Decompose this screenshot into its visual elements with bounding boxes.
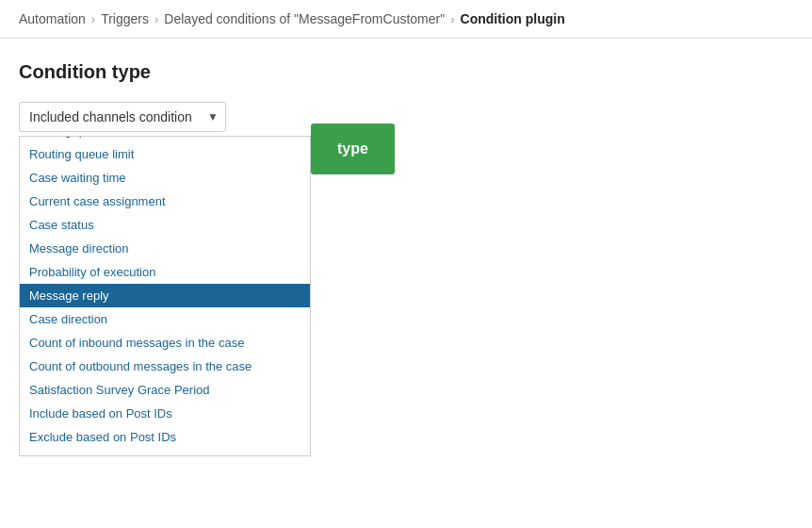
dropdown-item[interactable]: Exclude based on Post IDs: [20, 425, 310, 449]
dropdown-list[interactable]: Included channels conditionIncluded tags…: [20, 137, 310, 455]
breadcrumb-sep-1: ›: [91, 12, 95, 26]
main-content: Condition type Included channels conditi…: [0, 39, 812, 155]
dropdown-item[interactable]: Satisfaction Survey Grace Period: [20, 378, 310, 402]
dropdown-item[interactable]: Routing queue limit: [20, 142, 310, 166]
condition-type-dropdown[interactable]: Included channels condition: [19, 102, 226, 132]
breadcrumb-sep-3: ›: [450, 12, 454, 26]
breadcrumb-condition-plugin: Condition plugin: [461, 11, 565, 26]
dropdown-item[interactable]: Count of outbound messages in the case: [20, 355, 310, 378]
dropdown-item[interactable]: Message direction: [20, 237, 310, 260]
dropdown-item[interactable]: Case status: [20, 213, 310, 237]
dropdown-list-container: Included channels conditionIncluded tags…: [19, 136, 311, 456]
dropdown-item[interactable]: Case waiting time: [20, 166, 310, 190]
dropdown-item[interactable]: Count of inbound messages in the case: [20, 331, 310, 355]
breadcrumb-triggers[interactable]: Triggers: [101, 11, 149, 26]
dropdown-item[interactable]: Include based on Post IDs: [20, 402, 310, 425]
type-box: type: [311, 124, 395, 174]
dropdown-item[interactable]: Message reply: [20, 284, 310, 307]
top-bar: Automation › Triggers › Delayed conditio…: [0, 0, 812, 39]
breadcrumb-automation[interactable]: Automation: [19, 11, 86, 26]
section-title: Condition type: [19, 61, 793, 83]
condition-type-dropdown-wrapper[interactable]: Included channels condition ▼ Included c…: [19, 102, 226, 132]
dropdown-item[interactable]: Case status update time: [20, 449, 310, 455]
dropdown-item[interactable]: Case direction: [20, 307, 310, 331]
breadcrumb: Automation › Triggers › Delayed conditio…: [19, 11, 793, 26]
breadcrumb-delayed-conditions[interactable]: Delayed conditions of "MessageFromCustom…: [164, 11, 445, 26]
dropdown-item[interactable]: Probability of execution: [20, 260, 310, 284]
breadcrumb-sep-2: ›: [154, 12, 158, 26]
dropdown-item[interactable]: Current case assignment: [20, 190, 310, 213]
